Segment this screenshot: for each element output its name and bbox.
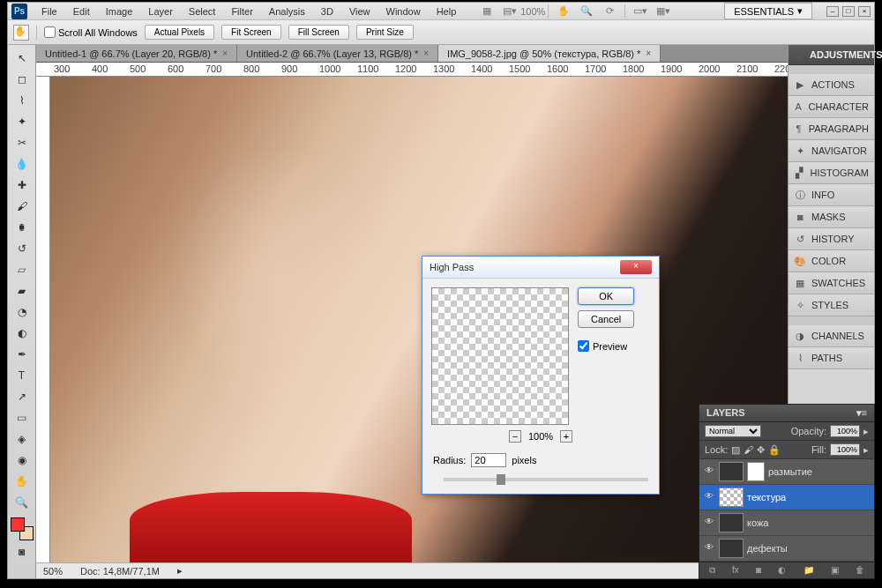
zoom-icon[interactable]: 🔍 bbox=[579, 4, 594, 19]
arrange-docs-icon[interactable]: ▤▾ bbox=[502, 4, 518, 19]
layer-name[interactable]: размытие bbox=[768, 466, 812, 477]
fill-input[interactable] bbox=[830, 443, 860, 456]
quickmask-icon[interactable]: ◙ bbox=[11, 542, 33, 562]
lock-move-icon[interactable]: ✥ bbox=[757, 444, 765, 456]
blend-mode-select[interactable]: Normal bbox=[705, 425, 761, 437]
screen-mode-icon[interactable]: ▭▾ bbox=[632, 4, 648, 19]
menu-edit[interactable]: Edit bbox=[66, 4, 97, 19]
close-icon[interactable]: × bbox=[646, 48, 651, 58]
close-icon[interactable]: × bbox=[423, 48, 429, 58]
radius-input[interactable] bbox=[471, 453, 506, 467]
trash-icon[interactable]: 🗑 bbox=[856, 565, 864, 576]
panel-history[interactable]: ↺HISTORY bbox=[789, 228, 874, 250]
adjustments-panel-header[interactable]: ◐ADJUSTMENTS bbox=[789, 45, 874, 65]
doc-tab-1[interactable]: Untitled-1 @ 66.7% (Layer 20, RGB/8) *× bbox=[36, 45, 237, 62]
healing-tool-icon[interactable]: ✚ bbox=[11, 175, 33, 195]
extras-icon[interactable]: ▦▾ bbox=[655, 4, 671, 19]
fx-icon[interactable]: fx bbox=[732, 565, 739, 576]
pen-tool-icon[interactable]: ✒ bbox=[11, 345, 33, 364]
visibility-icon[interactable]: 👁 bbox=[703, 542, 715, 555]
panel-histogram[interactable]: ▞HISTOGRAM bbox=[789, 162, 874, 184]
maximize-button[interactable]: □ bbox=[842, 6, 855, 17]
dialog-titlebar[interactable]: High Pass × bbox=[422, 257, 659, 279]
3d-tool-icon[interactable]: ◈ bbox=[11, 429, 33, 449]
layer-row[interactable]: 👁кожа bbox=[699, 510, 874, 536]
layer-name[interactable]: текстура bbox=[747, 492, 786, 502]
close-icon[interactable]: × bbox=[222, 48, 228, 58]
crop-tool-icon[interactable]: ✂ bbox=[11, 133, 33, 153]
panel-character[interactable]: ACHARACTER bbox=[789, 96, 874, 118]
status-doc-size[interactable]: Doc: 14,8M/77,1M bbox=[80, 566, 160, 577]
chevron-right-icon[interactable]: ▸ bbox=[863, 426, 869, 437]
layer-thumb[interactable] bbox=[719, 539, 744, 558]
launch-bridge-icon[interactable]: ▦ bbox=[479, 4, 495, 19]
layer-row[interactable]: 👁текстура bbox=[699, 485, 874, 510]
panel-info[interactable]: ⓘINFO bbox=[789, 184, 874, 206]
menu-help[interactable]: Help bbox=[430, 4, 464, 19]
eraser-tool-icon[interactable]: ▱ bbox=[11, 260, 33, 279]
print-size-button[interactable]: Print Size bbox=[356, 25, 414, 40]
zoom-in-button[interactable]: + bbox=[560, 430, 572, 443]
panel-color[interactable]: 🎨COLOR bbox=[789, 250, 874, 272]
menu-filter[interactable]: Filter bbox=[224, 4, 259, 19]
shape-tool-icon[interactable]: ▭ bbox=[11, 408, 33, 428]
marquee-tool-icon[interactable]: ◻ bbox=[11, 70, 33, 89]
history-brush-icon[interactable]: ↺ bbox=[11, 239, 33, 258]
fill-screen-button[interactable]: Fill Screen bbox=[288, 25, 349, 40]
radius-slider[interactable] bbox=[444, 478, 648, 481]
visibility-icon[interactable]: 👁 bbox=[703, 465, 715, 478]
panel-navigator[interactable]: ✦NAVIGATOR bbox=[789, 140, 874, 162]
slider-thumb[interactable] bbox=[497, 474, 505, 485]
tool-preset-icon[interactable]: ✋ bbox=[13, 25, 29, 41]
wand-tool-icon[interactable]: ✦ bbox=[11, 112, 33, 131]
folder-icon[interactable]: 📁 bbox=[804, 565, 814, 576]
mask-icon[interactable]: ◙ bbox=[756, 565, 761, 576]
eyedropper-tool-icon[interactable]: 💧 bbox=[11, 154, 33, 174]
layer-name[interactable]: дефекты bbox=[747, 543, 788, 554]
close-button[interactable]: × bbox=[858, 6, 871, 17]
color-swatches[interactable] bbox=[11, 517, 34, 540]
brush-tool-icon[interactable]: 🖌 bbox=[11, 197, 33, 216]
scroll-all-input[interactable] bbox=[44, 26, 56, 38]
panel-styles[interactable]: ✧STYLES bbox=[789, 294, 874, 316]
layers-panel-title[interactable]: LAYERS▾≡ bbox=[699, 405, 874, 422]
zoom-tool-icon[interactable]: 🔍 bbox=[11, 493, 33, 512]
chevron-right-icon[interactable]: ▸ bbox=[177, 565, 183, 577]
panel-paths[interactable]: ⌇PATHS bbox=[789, 347, 874, 369]
layer-row[interactable]: 👁дефекты bbox=[699, 536, 874, 562]
zoom-out-button[interactable]: − bbox=[509, 430, 521, 443]
minimize-button[interactable]: – bbox=[826, 6, 839, 17]
layer-name[interactable]: кожа bbox=[747, 517, 768, 528]
layer-thumb[interactable] bbox=[719, 488, 744, 507]
menu-select[interactable]: Select bbox=[182, 4, 223, 19]
lock-brush-icon[interactable]: 🖌 bbox=[744, 444, 753, 455]
panel-menu-icon[interactable]: ▾≡ bbox=[856, 407, 867, 419]
panel-swatches[interactable]: ▦SWATCHES bbox=[789, 272, 874, 294]
dialog-close-button[interactable]: × bbox=[620, 260, 652, 274]
hand-icon[interactable]: ✋ bbox=[556, 4, 572, 19]
menu-analysis[interactable]: Analysis bbox=[262, 4, 312, 19]
move-tool-icon[interactable]: ↖ bbox=[11, 48, 33, 68]
panel-channels[interactable]: ◑CHANNELS bbox=[789, 325, 874, 347]
preview-checkbox[interactable]: Preview bbox=[578, 340, 634, 352]
layer-thumb[interactable] bbox=[719, 513, 744, 532]
menu-layer[interactable]: Layer bbox=[141, 4, 180, 19]
fit-screen-button[interactable]: Fit Screen bbox=[221, 25, 281, 40]
path-tool-icon[interactable]: ↗ bbox=[11, 387, 33, 406]
fg-color-swatch[interactable] bbox=[11, 517, 25, 532]
blur-tool-icon[interactable]: ◔ bbox=[11, 302, 33, 322]
panel-masks[interactable]: ◙MASKS bbox=[789, 206, 874, 228]
ok-button[interactable]: OK bbox=[578, 287, 634, 305]
lasso-tool-icon[interactable]: ⌇ bbox=[11, 91, 33, 110]
menu-view[interactable]: View bbox=[342, 4, 377, 19]
preview-box[interactable] bbox=[431, 287, 569, 425]
cancel-button[interactable]: Cancel bbox=[578, 310, 634, 328]
type-tool-icon[interactable]: T bbox=[11, 366, 33, 385]
workspace-switcher[interactable]: ESSENTIALS▾ bbox=[724, 3, 812, 19]
visibility-icon[interactable]: 👁 bbox=[703, 517, 715, 529]
hand-tool-icon[interactable]: ✋ bbox=[11, 472, 33, 491]
menu-image[interactable]: Image bbox=[99, 4, 140, 19]
chevron-right-icon[interactable]: ▸ bbox=[863, 444, 869, 456]
layers-panel[interactable]: LAYERS▾≡ Normal Opacity: ▸ Lock: ▨ 🖌 ✥ 🔒… bbox=[699, 404, 875, 579]
canvas[interactable] bbox=[36, 77, 788, 562]
